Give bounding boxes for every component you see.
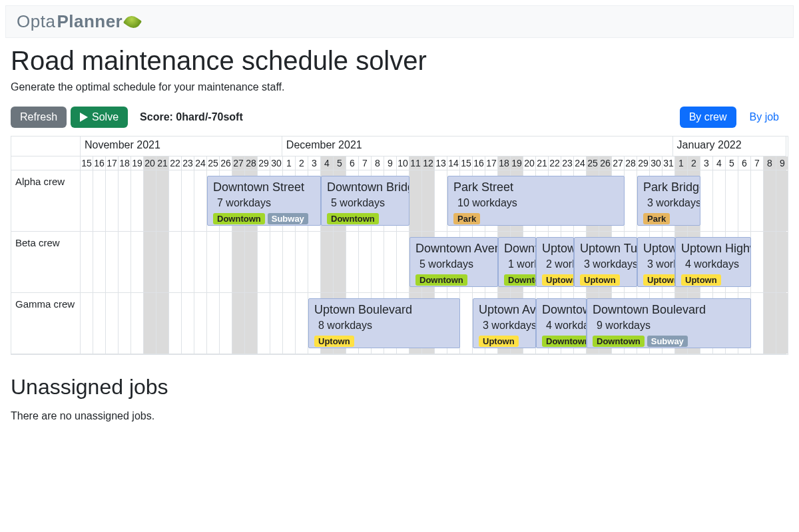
solve-label: Solve — [92, 111, 119, 123]
job-tag: Downtown — [327, 213, 379, 224]
job-workdays: 9 workdays — [597, 320, 745, 332]
day-header: 1 — [675, 156, 688, 170]
job-block[interactable]: Park Bridge3 workdaysPark — [637, 176, 700, 226]
day-header: 22 — [169, 156, 182, 170]
job-block[interactable]: Downtown1 workdayDowntown — [498, 237, 536, 287]
day-header: 1 — [283, 156, 296, 170]
unassigned-heading: Unassigned jobs — [11, 375, 788, 399]
brand-b: Planner — [57, 11, 123, 32]
month-header: November 2021 — [81, 136, 282, 156]
job-title: Uptown Avenue — [479, 303, 530, 317]
job-block[interactable]: Park Street10 workdaysPark — [447, 176, 625, 226]
day-header: 9 — [384, 156, 397, 170]
day-header: 13 — [435, 156, 447, 170]
gantt-chart: November 2021December 2021January 202215… — [11, 136, 788, 355]
day-header: 8 — [372, 156, 384, 170]
job-tag: Downtown — [542, 336, 587, 347]
job-workdays: 4 workdays — [685, 258, 745, 270]
job-block[interactable]: Downtown Street7 workdaysDowntownSubway — [207, 176, 321, 226]
day-header: 4 — [321, 156, 334, 170]
day-header: 6 — [346, 156, 359, 170]
day-header: 24 — [194, 156, 207, 170]
day-header: 15 — [81, 156, 93, 170]
day-header: 20 — [144, 156, 156, 170]
job-block[interactable]: Downtown Bridge5 workdaysDowntown — [321, 176, 409, 226]
day-header: 30 — [270, 156, 283, 170]
page-subtitle: Generate the optimal schedule for your m… — [11, 81, 788, 93]
day-header: 29 — [258, 156, 270, 170]
day-header: 24 — [574, 156, 587, 170]
job-workdays: 7 workdays — [217, 197, 315, 209]
job-block[interactable]: Uptown Tunnel3 workdaysUptown — [574, 237, 637, 287]
job-tag: Uptown — [542, 274, 574, 286]
job-title: Downtown Avenue — [415, 242, 492, 256]
play-icon — [80, 113, 88, 122]
job-tag: Downtown — [504, 274, 536, 286]
job-tag: Uptown — [479, 336, 519, 347]
day-header: 3 — [308, 156, 321, 170]
crew-label: Gamma crew — [11, 293, 81, 354]
job-title: Downtown Boulevard — [593, 303, 745, 317]
job-title: Uptown — [542, 242, 568, 256]
job-workdays: 2 workdays — [546, 258, 568, 270]
refresh-button[interactable]: Refresh — [11, 107, 67, 128]
job-workdays: 3 workdays — [584, 258, 631, 270]
job-tag: Park — [453, 213, 480, 224]
job-title: Uptown Tunnel — [580, 242, 631, 256]
job-tag: Uptown — [681, 274, 721, 286]
day-header: 18 — [119, 156, 131, 170]
day-header: 26 — [599, 156, 612, 170]
job-workdays: 3 workdays — [647, 197, 694, 209]
crew-label: Alpha crew — [11, 170, 81, 231]
day-header: 16 — [93, 156, 106, 170]
day-header: 25 — [587, 156, 599, 170]
job-title: Park Street — [453, 180, 619, 194]
day-header: 6 — [738, 156, 751, 170]
job-workdays: 4 workdays — [546, 320, 581, 332]
job-workdays: 8 workdays — [318, 320, 454, 332]
job-block[interactable]: Downtown Boulevard9 workdaysDowntownSubw… — [587, 298, 751, 348]
toolbar: Refresh Solve Score: 0hard/-70soft By cr… — [11, 107, 788, 128]
day-header: 4 — [713, 156, 726, 170]
day-header: 25 — [207, 156, 220, 170]
score-text: Score: 0hard/-70soft — [140, 111, 243, 123]
job-block[interactable]: Uptown Boulevard8 workdaysUptown — [308, 298, 460, 348]
job-tag: Uptown — [643, 274, 675, 286]
job-workdays: 3 workdays — [483, 320, 530, 332]
job-block[interactable]: Downtown4 workdaysDowntown — [536, 298, 587, 348]
by-crew-button[interactable]: By crew — [680, 107, 736, 128]
day-header: 31 — [663, 156, 675, 170]
job-block[interactable]: Uptown2 workdaysUptown — [536, 237, 574, 287]
month-header: January 2022 — [673, 136, 786, 156]
day-header: 7 — [751, 156, 764, 170]
job-tag: Uptown — [314, 336, 354, 347]
day-header: 9 — [776, 156, 788, 170]
by-job-button[interactable]: By job — [740, 107, 788, 128]
job-block[interactable]: Uptown3 workdaysUptown — [637, 237, 675, 287]
job-workdays: 1 workday — [508, 258, 530, 270]
day-header: 17 — [485, 156, 498, 170]
day-header: 30 — [650, 156, 663, 170]
day-header: 5 — [726, 156, 738, 170]
day-header: 23 — [182, 156, 194, 170]
job-block[interactable]: Downtown Avenue5 workdaysDowntown — [409, 237, 498, 287]
job-block[interactable]: Uptown Highway4 workdaysUptown — [675, 237, 751, 287]
day-header: 5 — [334, 156, 346, 170]
day-header: 10 — [397, 156, 409, 170]
day-header: 20 — [523, 156, 536, 170]
day-header: 11 — [409, 156, 422, 170]
job-tag: Downtown — [213, 213, 265, 224]
solve-button[interactable]: Solve — [71, 107, 128, 128]
day-header: 14 — [447, 156, 460, 170]
day-header: 22 — [549, 156, 561, 170]
job-block[interactable]: Uptown Avenue3 workdaysUptown — [473, 298, 536, 348]
job-title: Uptown Boulevard — [314, 303, 454, 317]
job-tag: Downtown — [415, 274, 467, 286]
svg-marker-0 — [80, 113, 88, 122]
job-title: Downtown Bridge — [327, 180, 403, 194]
day-header: 12 — [422, 156, 435, 170]
day-header: 17 — [106, 156, 119, 170]
day-header: 2 — [296, 156, 308, 170]
job-tag: Subway — [647, 336, 688, 347]
day-header: 18 — [498, 156, 511, 170]
